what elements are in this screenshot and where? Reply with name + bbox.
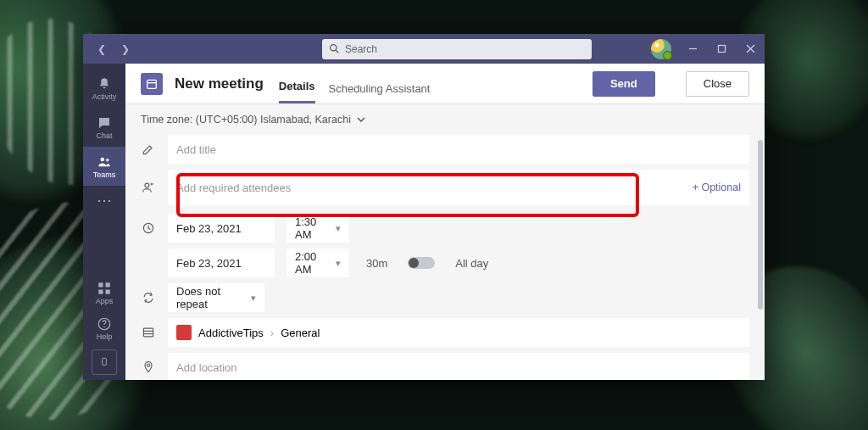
rail-apps[interactable]: Apps: [83, 275, 125, 310]
channel-input[interactable]: AddictiveTips › General: [168, 318, 749, 347]
end-time-value: 2:00 AM: [295, 250, 331, 276]
help-icon: [97, 316, 112, 332]
svg-point-7: [106, 159, 108, 161]
teams-icon: [97, 154, 112, 170]
repeat-value: Does not repeat: [176, 285, 246, 310]
svg-rect-11: [106, 289, 110, 293]
search-icon: [329, 43, 340, 54]
send-button[interactable]: Send: [593, 71, 655, 97]
app-rail: Activity Chat Teams ⋯ Apps Help: [83, 64, 125, 380]
svg-point-13: [103, 326, 105, 327]
svg-point-22: [147, 364, 149, 366]
bell-icon: [97, 76, 112, 92]
avatar[interactable]: [651, 39, 671, 59]
all-day-label: All day: [455, 257, 488, 270]
svg-rect-15: [147, 80, 157, 88]
rail-label: Activity: [92, 92, 117, 101]
rail-chat[interactable]: Chat: [83, 108, 125, 147]
svg-line-1: [336, 50, 338, 53]
svg-rect-8: [98, 282, 103, 287]
svg-rect-9: [106, 282, 110, 287]
svg-point-6: [101, 157, 105, 161]
back-button[interactable]: ❮: [92, 39, 112, 59]
rail-more[interactable]: ⋯: [83, 186, 125, 215]
location-icon: [141, 360, 156, 374]
timezone-selector[interactable]: Time zone: (UTC+05:00) Islamabad, Karach…: [125, 104, 765, 135]
timezone-label: Time zone: (UTC+05:00) Islamabad, Karach…: [141, 114, 351, 126]
attendees-placeholder: Add required attendees: [176, 181, 291, 194]
team-badge-icon: [176, 325, 192, 340]
end-time-input[interactable]: 2:00 AM ▾: [287, 249, 349, 277]
rail-label: Chat: [96, 131, 112, 140]
forward-button[interactable]: ❯: [115, 39, 136, 59]
end-date-input[interactable]: Feb 23, 2021: [168, 249, 275, 277]
chevron-down-icon: ▾: [336, 223, 341, 234]
calendar-icon: [141, 73, 163, 95]
channel-team: AddictiveTips: [198, 327, 264, 339]
title-placeholder: Add title: [176, 143, 216, 156]
app-window: ❮ ❯ Search Activity Chat: [83, 34, 765, 380]
svg-point-17: [145, 183, 149, 187]
repeat-select[interactable]: Does not repeat ▾: [168, 283, 264, 312]
page-title: New meeting: [175, 75, 264, 92]
people-icon: [141, 181, 156, 194]
attendees-input[interactable]: Add required attendees + Optional: [168, 170, 749, 205]
rail-teams[interactable]: Teams: [83, 147, 125, 186]
search-input[interactable]: Search: [322, 39, 592, 59]
start-date-value: Feb 23, 2021: [176, 222, 242, 235]
svg-rect-19: [143, 328, 153, 337]
rail-label: Teams: [93, 170, 116, 179]
close-window-button[interactable]: [736, 34, 765, 64]
svg-rect-10: [98, 289, 103, 293]
minimize-button[interactable]: [678, 34, 707, 64]
svg-rect-3: [718, 46, 725, 53]
repeat-icon: [141, 291, 156, 304]
location-input[interactable]: Add location: [168, 353, 749, 380]
duration-label: 30m: [366, 257, 387, 270]
svg-rect-14: [103, 358, 107, 365]
rail-label: Apps: [96, 297, 114, 305]
apps-icon: [97, 281, 112, 296]
tab-scheduling-assistant[interactable]: Scheduling Assistant: [329, 82, 431, 103]
title-input[interactable]: Add title: [168, 135, 749, 164]
rail-download[interactable]: [92, 349, 117, 375]
scrollbar-thumb[interactable]: [758, 140, 763, 310]
start-time-value: 1:30 AM: [295, 215, 331, 241]
device-icon: [98, 356, 110, 368]
location-placeholder: Add location: [176, 361, 237, 374]
chevron-down-icon: ▾: [251, 293, 256, 304]
chevron-down-icon: [356, 114, 366, 125]
tab-details[interactable]: Details: [279, 80, 315, 103]
maximize-button[interactable]: [707, 34, 736, 64]
optional-link[interactable]: + Optional: [693, 181, 741, 193]
pencil-icon: [141, 142, 156, 156]
svg-point-0: [331, 45, 337, 51]
scrollbar[interactable]: [758, 140, 763, 360]
rail-activity[interactable]: Activity: [83, 69, 125, 108]
breadcrumb-separator: ›: [270, 327, 274, 339]
start-time-input[interactable]: 1:30 AM ▾: [287, 214, 349, 243]
rail-help[interactable]: Help: [83, 310, 125, 346]
channel-icon: [141, 326, 156, 339]
chat-icon: [97, 115, 112, 131]
all-day-toggle[interactable]: [408, 257, 435, 269]
close-button[interactable]: Close: [686, 71, 749, 97]
page-header: New meeting Details Scheduling Assistant…: [125, 64, 765, 104]
clock-icon: [141, 221, 156, 235]
start-date-input[interactable]: Feb 23, 2021: [168, 214, 275, 243]
end-date-value: Feb 23, 2021: [176, 257, 242, 270]
chevron-down-icon: ▾: [336, 258, 341, 269]
rail-label: Help: [97, 332, 113, 341]
search-placeholder: Search: [345, 43, 377, 55]
content-area: New meeting Details Scheduling Assistant…: [125, 64, 765, 380]
titlebar: ❮ ❯ Search: [83, 34, 765, 64]
channel-name: General: [281, 327, 320, 339]
